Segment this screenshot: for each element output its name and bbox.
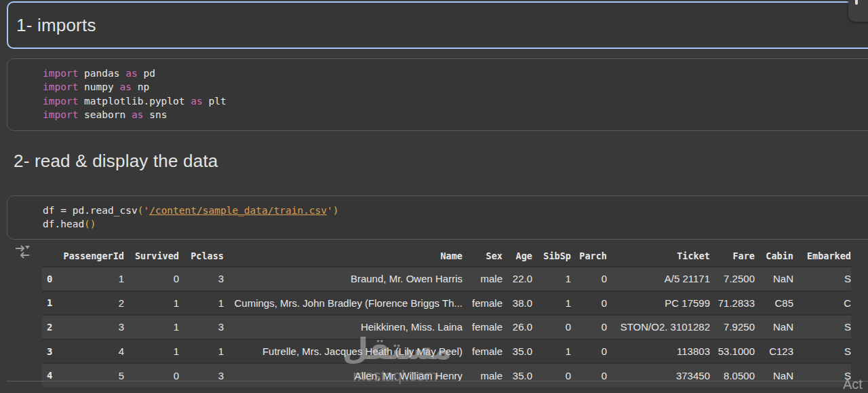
column-header: Parch <box>571 245 607 267</box>
code-line: import numpy as np <box>43 80 226 94</box>
table-row: 3411Futrelle, Mrs. Jacques Heath (Lily M… <box>42 339 851 364</box>
output-bottom-divider <box>7 381 868 381</box>
table-cell: 5 <box>61 363 124 387</box>
table-cell: 7.9250 <box>710 315 755 339</box>
activate-windows-fragment: Act <box>843 377 863 392</box>
table-cell: 8.0500 <box>710 363 755 387</box>
table-cell: 0 <box>124 267 179 291</box>
table-cell: 4 <box>42 363 61 387</box>
table-cell: female <box>462 339 502 364</box>
table-cell: 0 <box>571 363 607 387</box>
table-cell: 0 <box>571 315 607 339</box>
cell-toolbar[interactable] <box>848 0 868 22</box>
table-row: 1211Cumings, Mrs. John Bradley (Florence… <box>42 291 851 316</box>
table-cell: 373450 <box>607 363 710 387</box>
table-cell: 0 <box>571 267 607 291</box>
table-cell: 4 <box>61 339 124 364</box>
table-cell: C85 <box>755 291 793 316</box>
table-cell: 71.2833 <box>710 291 755 316</box>
column-header <box>42 245 61 267</box>
table-cell: 7.2500 <box>710 267 755 291</box>
table-cell: 35.0 <box>502 363 532 387</box>
cell-menu-icon[interactable] <box>855 0 858 5</box>
table-cell: 1 <box>179 291 224 316</box>
table-cell: Braund, Mr. Owen Harris <box>224 267 462 291</box>
column-header: Cabin <box>755 245 793 267</box>
table-cell: female <box>462 315 502 339</box>
column-header: SibSp <box>532 245 571 267</box>
table-cell: 3 <box>61 315 124 339</box>
section-title-read-display: 2- read & display the data <box>14 151 218 172</box>
table-cell: S <box>793 339 851 364</box>
table-cell: PC 17599 <box>607 291 710 316</box>
table-cell: 113803 <box>607 339 710 364</box>
column-header: Fare <box>710 245 755 267</box>
table-cell: 0 <box>571 291 607 316</box>
table-cell: male <box>462 267 502 291</box>
column-header: Sex <box>462 245 502 267</box>
table-cell: 26.0 <box>502 315 532 339</box>
table-row: 2313Heikkinen, Miss. Lainafemale26.000ST… <box>42 315 851 339</box>
column-header: Age <box>502 245 532 267</box>
table-cell: 3 <box>179 315 224 339</box>
table-cell: A/5 21171 <box>607 267 710 291</box>
table-cell: STON/O2. 3101282 <box>607 315 710 339</box>
table-cell: 53.1000 <box>710 339 755 364</box>
table-cell: Cumings, Mrs. John Bradley (Florence Bri… <box>224 291 462 316</box>
table-cell: NaN <box>755 363 793 387</box>
interactive-table-icon[interactable] <box>14 243 31 261</box>
table-cell: 1 <box>179 339 224 364</box>
table-cell: 3 <box>179 267 224 291</box>
table-cell: Allen, Mr. William Henry <box>224 363 462 387</box>
code-editor-imports[interactable]: import pandas as pdimport numpy as npimp… <box>43 67 226 122</box>
table-cell: 1 <box>532 267 571 291</box>
table-cell: 2 <box>42 315 61 339</box>
table-cell: S <box>793 267 851 291</box>
markdown-cell-imports[interactable]: 1- imports <box>7 1 868 49</box>
code-editor-read-csv[interactable]: df = pd.read_csv('/content/sample_data/t… <box>43 204 339 231</box>
table-cell: 0 <box>532 363 571 387</box>
section-title-imports: 1- imports <box>8 15 96 36</box>
table-cell: 1 <box>532 339 571 364</box>
code-cell-read-csv[interactable]: df = pd.read_csv('/content/sample_data/t… <box>7 195 868 240</box>
dataframe-header: PassengerIdSurvivedPclassNameSexAgeSibSp… <box>42 245 851 267</box>
column-header: Embarked <box>793 245 851 267</box>
table-cell: C123 <box>755 339 793 364</box>
notebook-viewport: 1- imports import pandas as pdimport num… <box>0 0 868 393</box>
table-cell: 1 <box>532 291 571 316</box>
code-line: import matplotlib.pyplot as plt <box>43 94 226 108</box>
table-cell: 0 <box>124 363 179 387</box>
table-cell: 38.0 <box>502 291 532 316</box>
table-cell: 2 <box>61 291 124 316</box>
table-cell: NaN <box>755 315 793 339</box>
table-cell: 35.0 <box>502 339 532 364</box>
column-header: Name <box>224 245 462 267</box>
table-cell: 1 <box>124 339 179 364</box>
column-header: Survived <box>124 245 179 267</box>
code-line: df = pd.read_csv('/content/sample_data/t… <box>43 204 339 217</box>
table-cell: male <box>462 363 502 387</box>
code-line: import pandas as pd <box>43 67 226 80</box>
table-row: 0103Braund, Mr. Owen Harrismale22.010A/5… <box>42 267 851 291</box>
table-cell: S <box>793 315 851 339</box>
table-cell: 1 <box>61 267 124 291</box>
column-header: Ticket <box>607 245 710 267</box>
table-row: 4503Allen, Mr. William Henrymale35.00037… <box>42 363 851 387</box>
dataframe-output: PassengerIdSurvivedPclassNameSexAgeSibSp… <box>42 245 851 387</box>
column-header: Pclass <box>179 245 224 267</box>
code-line: df.head() <box>43 217 339 231</box>
table-cell: 3 <box>179 363 224 387</box>
table-cell: NaN <box>755 267 793 291</box>
table-cell: Futrelle, Mrs. Jacques Heath (Lily May P… <box>224 339 462 364</box>
table-cell: 1 <box>124 315 179 339</box>
table-cell: 0 <box>571 339 607 364</box>
table-cell: 0 <box>532 315 571 339</box>
table-cell: 22.0 <box>502 267 532 291</box>
table-cell: Heikkinen, Miss. Laina <box>224 315 462 339</box>
code-line: import seaborn as sns <box>43 108 226 121</box>
table-cell: C <box>793 291 851 316</box>
table-cell: 1 <box>124 291 179 316</box>
table-cell: 0 <box>42 267 61 291</box>
column-header: PassengerId <box>61 245 124 267</box>
code-cell-imports[interactable]: import pandas as pdimport numpy as npimp… <box>7 58 868 131</box>
